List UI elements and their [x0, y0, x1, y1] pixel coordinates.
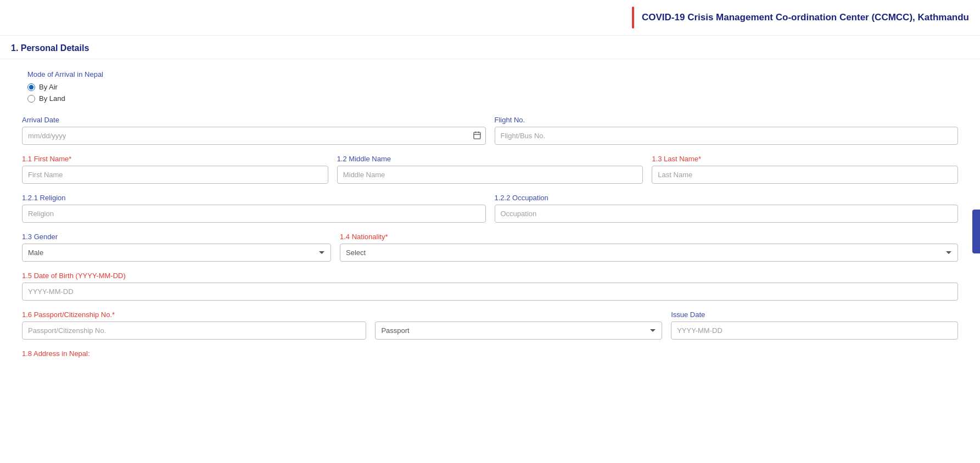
religion-label: 1.2.1 Religion: [22, 194, 486, 202]
nationality-select[interactable]: Select Nepali Other: [340, 244, 958, 262]
issue-date-group: Issue Date: [671, 310, 958, 340]
dob-label: 1.5 Date of Birth (YYYY-MM-DD): [22, 272, 958, 280]
mode-of-arrival-label: Mode of Arrival in Nepal: [27, 70, 958, 78]
by-land-label: By Land: [39, 94, 65, 103]
address-group: 1.8 Address in Nepal:: [22, 349, 958, 358]
religion-group: 1.2.1 Religion: [22, 194, 486, 223]
occupation-input[interactable]: [495, 205, 959, 223]
gender-label: 1.3 Gender: [22, 233, 331, 241]
arrival-date-group: Arrival Date: [22, 116, 486, 145]
first-name-label: 1.1 First Name*: [22, 155, 328, 163]
passport-no-group: 1.6 Passport/Citizenship No.*: [22, 310, 366, 340]
header-title: COVID-19 Crisis Management Co-ordination…: [642, 12, 969, 23]
mode-of-arrival-group: Mode of Arrival in Nepal By Air By Land: [22, 70, 958, 103]
arrival-date-label: Arrival Date: [22, 116, 486, 124]
passport-input[interactable]: [22, 321, 366, 340]
address-label: 1.8 Address in Nepal:: [22, 349, 958, 358]
occupation-label: 1.2.2 Occupation: [495, 194, 959, 202]
occupation-group: 1.2.2 Occupation: [495, 194, 959, 223]
passport-row: 1.6 Passport/Citizenship No.* Passport C…: [22, 310, 958, 340]
header-divider: [632, 7, 634, 29]
by-land-radio[interactable]: [27, 95, 35, 103]
religion-occupation-row: 1.2.1 Religion 1.2.2 Occupation: [22, 194, 958, 223]
arrival-date-input[interactable]: [22, 127, 486, 145]
flight-no-input[interactable]: [495, 127, 959, 145]
scrollbar-indicator[interactable]: [972, 210, 980, 253]
by-air-label: By Air: [39, 83, 58, 91]
middle-name-input[interactable]: [337, 166, 643, 184]
flight-no-group: Flight No.: [495, 116, 959, 145]
arrival-date-wrapper: [22, 127, 486, 145]
by-air-radio[interactable]: [27, 83, 35, 91]
middle-name-label: 1.2 Middle Name: [337, 155, 643, 163]
middle-name-group: 1.2 Middle Name: [337, 155, 643, 184]
passport-type-select[interactable]: Passport Citizenship: [375, 321, 662, 340]
dob-input[interactable]: [22, 283, 958, 301]
by-air-option[interactable]: By Air: [27, 83, 958, 91]
arrival-radio-group: By Air By Land: [27, 83, 958, 103]
first-name-group: 1.1 First Name*: [22, 155, 328, 184]
gender-nationality-row: 1.3 Gender Male Female Other 1.4 Nationa…: [22, 233, 958, 262]
arrival-date-flight-row: Arrival Date Flight No.: [22, 116, 958, 145]
by-land-option[interactable]: By Land: [27, 94, 958, 103]
last-name-label: 1.3 Last Name*: [652, 155, 958, 163]
first-name-input[interactable]: [22, 166, 328, 184]
last-name-input[interactable]: [652, 166, 958, 184]
flight-no-label: Flight No.: [495, 116, 959, 124]
gender-select[interactable]: Male Female Other: [22, 244, 331, 262]
section-title: 1. Personal Details: [0, 36, 980, 59]
passport-label: 1.6 Passport/Citizenship No.*: [22, 310, 366, 319]
personal-details-form: Mode of Arrival in Nepal By Air By Land …: [0, 59, 980, 379]
passport-type-group: Passport Citizenship: [375, 310, 662, 340]
religion-input[interactable]: [22, 205, 486, 223]
dob-group: 1.5 Date of Birth (YYYY-MM-DD): [22, 272, 958, 301]
nationality-label: 1.4 Nationality*: [340, 233, 958, 241]
issue-date-label: Issue Date: [671, 310, 958, 319]
gender-group: 1.3 Gender Male Female Other: [22, 233, 331, 262]
page-header: COVID-19 Crisis Management Co-ordination…: [0, 0, 980, 36]
issue-date-input[interactable]: [671, 321, 958, 340]
nationality-group: 1.4 Nationality* Select Nepali Other: [340, 233, 958, 262]
name-row: 1.1 First Name* 1.2 Middle Name 1.3 Last…: [22, 155, 958, 184]
last-name-group: 1.3 Last Name*: [652, 155, 958, 184]
